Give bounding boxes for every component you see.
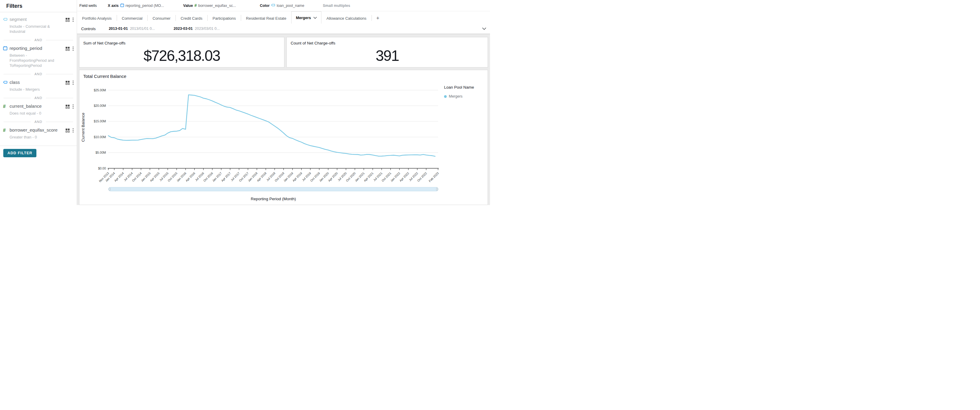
tab-allowance-calculations[interactable]: Allowance Calculations [321, 13, 372, 24]
filter-item-reporting_period[interactable]: reporting_period [0, 44, 77, 52]
field-well-small-multiples[interactable]: Small multiples [323, 3, 350, 8]
filter-scope-grid-icon[interactable] [65, 128, 70, 134]
slider-handle-left[interactable] [109, 188, 110, 191]
legend-item-mergers[interactable]: Mergers [444, 94, 486, 99]
y-tick-label: $10.00M [94, 135, 106, 139]
filter-name: borrower_equifax_score [10, 127, 64, 133]
y-tick-label: $20.00M [94, 104, 106, 107]
filters-panel: Filters segmentInclude - Commercial & In… [0, 0, 77, 205]
tab-mergers[interactable]: Mergers [291, 11, 321, 24]
x-tick-label: Apr 2015 [149, 171, 160, 182]
and-label: AND [31, 38, 46, 42]
tab-credit-cards[interactable]: Credit Cards [175, 13, 207, 24]
main-area: Field wells X axis reporting_period (MO.… [77, 0, 490, 205]
x-tick-label: Apr 2020 [327, 171, 339, 182]
add-filter-section: ADD FILTER [0, 146, 77, 157]
color-well-field: loan_pool_name [277, 3, 304, 8]
tab-label: Residential Real Estate [246, 16, 286, 21]
x-tick-label: Apr 2014 [114, 171, 125, 182]
x-axis-title: Reporting Period (Month) [108, 197, 438, 201]
line-chart[interactable]: $25.00M$20.00M$15.00M$10.00M$5.00M$0.00N… [80, 70, 488, 186]
filter-menu-kebab-icon[interactable] [73, 104, 74, 110]
x-tick-label: Apr 2018 [256, 171, 267, 182]
x-axis-well-label: X axis [108, 3, 118, 8]
field-well-value[interactable]: Value # borrower_equifax_sc... [183, 3, 236, 8]
y-tick-label: $25.00M [94, 88, 106, 92]
tab-label: Credit Cards [181, 16, 202, 21]
filter-condition: Does not equal - 0 [0, 110, 77, 118]
from-date-value: 2013-01-01 [109, 27, 128, 31]
filter-item-borrower_equifax_score[interactable]: #borrower_equifax_score [0, 126, 77, 134]
small-multiples-label: Small multiples [323, 3, 350, 8]
calendar-icon [120, 3, 124, 8]
tab-label: Commercial [122, 16, 142, 21]
field-well-x-axis[interactable]: X axis reporting_period (MO... [108, 3, 164, 8]
sheet-canvas: Sum of Net Charge-offs $726,318.03 Count… [77, 34, 490, 205]
x-axis-well-field: reporting_period (MO... [126, 3, 164, 8]
controls-label: Controls [81, 27, 95, 31]
tab-commercial[interactable]: Commercial [117, 13, 147, 24]
and-label: AND [31, 120, 46, 124]
filter-menu-kebab-icon[interactable] [73, 17, 74, 23]
filter-name: current_balance [10, 103, 64, 109]
to-date-control[interactable]: 2023-03-01 2023/03/01 0... [174, 27, 220, 31]
filter-item-segment[interactable]: segment [0, 15, 77, 23]
filter-scope-grid-icon[interactable] [65, 105, 70, 110]
filter-item-current_balance[interactable]: #current_balance [0, 102, 77, 110]
x-tick-label: Feb 2023 [428, 171, 439, 183]
tab-label: Allowance Calculations [326, 16, 366, 21]
chart-legend: Loan Pool Name Mergers [444, 85, 486, 99]
line-chart-card: Total Current Balance $25.00M$20.00M$15.… [79, 70, 488, 205]
x-tick-label: Apr 2022 [399, 171, 410, 182]
to-date-detail: 2023/03/01 0... [195, 27, 220, 31]
field-well-color[interactable]: Color loan_pool_name [260, 3, 304, 8]
and-label: AND [31, 72, 46, 76]
filter-menu-kebab-icon[interactable] [73, 46, 74, 52]
filter-menu-kebab-icon[interactable] [73, 128, 74, 134]
y-tick-label: $15.00M [94, 119, 106, 123]
and-separator: AND [3, 38, 73, 42]
hash-icon: # [194, 3, 197, 8]
y-tick-label: $0.00 [98, 167, 106, 170]
kpi-title: Count of Net Charge-offs [287, 37, 488, 45]
kpi-card-sum-net-charge-offs[interactable]: Sum of Net Charge-offs $726,318.03 [79, 37, 285, 67]
filter-scope-grid-icon[interactable] [65, 81, 70, 86]
x-tick-label: Apr 2017 [221, 171, 232, 182]
legend-item-label: Mergers [449, 94, 463, 99]
tab-participations[interactable]: Participations [207, 13, 241, 24]
series-line-mergers[interactable] [108, 95, 435, 156]
filter-name: class [10, 79, 64, 85]
tab-label: Participations [212, 16, 236, 21]
tag-icon [271, 3, 275, 8]
sheet-tab-bar: Portfolio AnalysisCommercialConsumerCred… [77, 11, 490, 24]
collapse-controls-chevron-icon[interactable] [482, 27, 487, 31]
tab-residential-real-estate[interactable]: Residential Real Estate [241, 13, 291, 24]
kpi-value: $726,318.03 [80, 44, 284, 67]
add-filter-button[interactable]: ADD FILTER [3, 149, 37, 157]
filter-list: segmentInclude - Commercial & Industrial… [0, 12, 77, 141]
legend-dot-icon [444, 95, 447, 98]
tab-portfolio-analysis[interactable]: Portfolio Analysis [77, 13, 117, 24]
and-separator: AND [3, 120, 73, 124]
tab-consumer[interactable]: Consumer [147, 13, 175, 24]
tab-chevron-down-icon[interactable] [313, 17, 317, 19]
value-well-field: borrower_equifax_sc... [198, 3, 236, 8]
x-tick-label: Apr 2019 [292, 171, 303, 182]
filter-scope-grid-icon[interactable] [65, 46, 70, 52]
from-date-control[interactable]: 2013-01-01 2013/01/01 0... [109, 27, 154, 31]
tag-icon [3, 79, 10, 86]
date-range-slider[interactable] [108, 187, 438, 191]
add-sheet-button[interactable]: + [372, 13, 384, 24]
from-date-detail: 2013/01/01 0... [130, 27, 154, 31]
y-axis-title: Current Balance [81, 106, 85, 148]
filter-item-class[interactable]: class [0, 78, 77, 86]
filter-name: reporting_period [10, 45, 64, 51]
tag-icon [3, 16, 10, 23]
filter-menu-kebab-icon[interactable] [73, 80, 74, 86]
hash-icon: # [3, 103, 10, 109]
filter-scope-grid-icon[interactable] [65, 17, 70, 23]
slider-handle-right[interactable] [436, 188, 438, 191]
y-tick-label: $5.00M [95, 151, 106, 154]
kpi-card-count-net-charge-offs[interactable]: Count of Net Charge-offs 391 [286, 37, 488, 67]
and-separator: AND [3, 72, 73, 76]
